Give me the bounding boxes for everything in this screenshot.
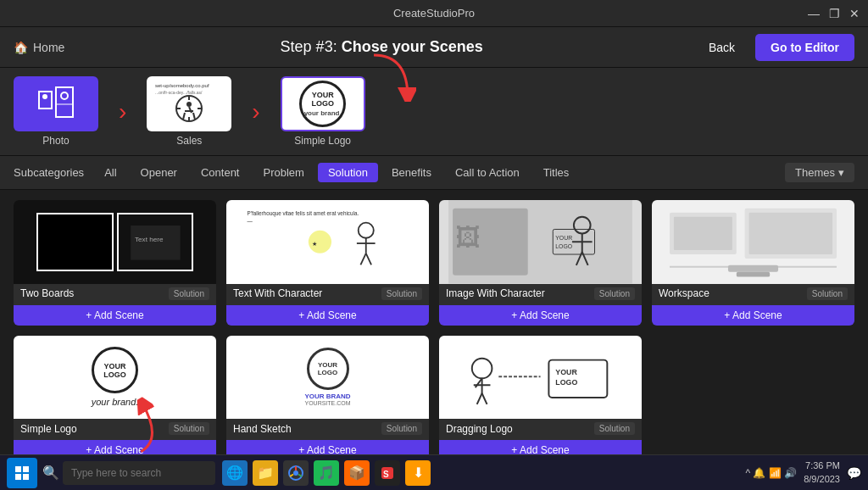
text-character-preview: P'fallerhouque vitae felis sit amet erat… <box>226 200 429 284</box>
hand-sketch-footer: Hand Sketch Solution <box>226 419 429 438</box>
workspace-add-btn[interactable]: + Add Scene <box>652 305 854 326</box>
hand-sketch-badge: Solution <box>381 422 422 435</box>
svg-text:S: S <box>383 470 389 479</box>
titlebar: CreateStudioPro — ❐ ✕ <box>0 0 868 27</box>
taskbar-right: ^ 🔔 📶 🔊 7:36 PM 8/9/2023 💬 <box>746 459 861 486</box>
taskbar-icon-chrome[interactable] <box>283 460 309 486</box>
subcat-problem[interactable]: Problem <box>253 163 314 182</box>
svg-rect-0 <box>39 92 52 109</box>
taskbar-datetime: 7:36 PM 8/9/2023 <box>804 459 840 486</box>
window-controls[interactable]: — ❐ ✕ <box>807 7 861 20</box>
image-character-footer: Image With Character Solution <box>439 284 642 303</box>
scene-card-hand-sketch: YOUR LOGO YOUR BRAND YOURSITE.COM Hand S… <box>226 336 429 461</box>
search-icon: 🔍 <box>42 465 59 481</box>
subcat-titles[interactable]: Titles <box>533 163 580 182</box>
taskbar-icon-music[interactable]: 🎵 <box>314 460 339 486</box>
board-left <box>36 213 114 271</box>
svg-text:🖼: 🖼 <box>455 223 481 251</box>
maximize-btn[interactable]: ❐ <box>827 7 841 20</box>
topnav-actions: Back Go to Editor <box>698 34 854 61</box>
subcat-solution[interactable]: Solution <box>318 163 378 182</box>
back-button[interactable]: Back <box>698 36 745 59</box>
simple-logo-footer: Simple Logo Solution <box>14 419 216 438</box>
chevron-down-icon: ▾ <box>838 166 844 179</box>
dragging-logo-footer: Dragging Logo Solution <box>439 419 642 438</box>
scene-thumb-photo[interactable]: Photo <box>14 76 98 147</box>
notification-icon[interactable]: 💬 <box>847 466 861 480</box>
svg-rect-47 <box>728 265 778 272</box>
subcat-all[interactable]: All <box>94 163 126 182</box>
svg-text:LOGO: LOGO <box>555 379 577 387</box>
scene-thumb-sales-img: set-up/somebody.co.puf ...on/fr-sca-dey.… <box>147 76 231 131</box>
taskbar-icon-browser[interactable]: 🌐 <box>222 460 248 486</box>
subcat-call-to-action[interactable]: Call to Action <box>445 163 530 182</box>
go-to-editor-button[interactable]: Go to Editor <box>755 34 854 61</box>
start-button[interactable] <box>7 458 37 488</box>
dragging-logo-preview: YOUR LOGO <box>439 336 642 420</box>
taskbar-icon-explorer[interactable]: 📁 <box>253 460 278 486</box>
hand-sketch-preview: YOUR LOGO YOUR BRAND YOURSITE.COM <box>226 336 429 420</box>
svg-text:★: ★ <box>312 240 317 248</box>
arrow-indicator <box>365 51 416 105</box>
taskbar-icon-download[interactable]: ⬇ <box>405 460 431 486</box>
svg-point-13 <box>186 102 192 107</box>
home-icon: 🏠 <box>14 41 28 54</box>
svg-text:set-up/somebody.co.puf: set-up/somebody.co.puf <box>155 83 209 88</box>
scene-thumb-sales-label: Sales <box>176 135 202 147</box>
taskbar-icon-package[interactable]: 📦 <box>344 460 370 486</box>
hand-sketch-name: Hand Sketch <box>233 423 292 435</box>
svg-line-53 <box>482 393 487 404</box>
taskbar-icon-app1[interactable]: S <box>375 460 400 486</box>
strip-arrow-2: › <box>252 98 259 125</box>
taskbar-icons: 🌐 📁 🎵 📦 S ⬇ <box>222 460 431 486</box>
text-character-add-btn[interactable]: + Add Scene <box>226 305 429 326</box>
simple-logo-badge: Solution <box>169 422 209 435</box>
taskbar-date: 8/9/2023 <box>804 473 840 486</box>
svg-line-54 <box>476 379 482 388</box>
scene-thumb-logo-img: YOUR LOGO your brand. <box>281 76 365 131</box>
svg-rect-62 <box>23 474 29 480</box>
two-boards-badge: Solution <box>169 287 209 300</box>
taskbar: 🔍 🌐 📁 🎵 📦 S ⬇ ^ 🔔 📶 🔊 7:36 PM <box>0 454 868 490</box>
scene-thumb-sales[interactable]: set-up/somebody.co.puf ...on/fr-sca-dey.… <box>147 76 231 147</box>
image-character-add-btn[interactable]: + Add Scene <box>439 305 642 326</box>
subcat-content[interactable]: Content <box>191 163 250 182</box>
subcat-benefits[interactable]: Benefits <box>381 163 442 182</box>
scene-strip: Photo › set-up/somebody.co.puf ...on/fr-… <box>0 68 868 156</box>
svg-rect-48 <box>737 272 770 277</box>
svg-point-64 <box>293 471 298 476</box>
scene-thumb-logo[interactable]: YOUR LOGO your brand. Simple Logo <box>281 76 365 147</box>
system-tray-icons: ^ 🔔 📶 🔊 <box>746 467 798 479</box>
taskbar-search-input[interactable] <box>63 461 215 485</box>
home-nav[interactable]: 🏠 Home <box>14 41 64 54</box>
svg-rect-60 <box>23 466 29 472</box>
svg-text:...on/fr-sca-dey.../falls.as/: ...on/fr-sca-dey.../falls.as/ <box>155 90 203 95</box>
svg-text:LOGO: LOGO <box>555 243 573 249</box>
themes-label: Themes <box>795 166 835 179</box>
scene-card-text-character: P'fallerhouque vitae felis sit amet erat… <box>226 200 429 326</box>
scene-thumb-photo-img <box>14 76 98 131</box>
dragging-logo-name: Dragging Logo <box>446 423 513 435</box>
scene-card-workspace: Workspace Solution + Add Scene <box>652 200 854 326</box>
two-boards-add-btn[interactable]: + Add Scene <box>14 305 216 326</box>
minimize-btn[interactable]: — <box>807 7 821 20</box>
workspace-badge: Solution <box>807 287 848 300</box>
home-label: Home <box>33 41 64 54</box>
scene-card-image-character: 🖼 YOUR LOGO Image With Character Solutio… <box>439 200 642 326</box>
two-boards-name: Two Boards <box>20 287 74 299</box>
scene-card-two-boards: Text here Two Boards Solution + Add Scen… <box>14 200 216 326</box>
text-character-name: Text With Character <box>233 287 322 299</box>
simple-logo-preview: YOUR LOGO your brand. <box>14 336 216 420</box>
image-character-preview: 🖼 YOUR LOGO <box>439 200 642 284</box>
close-btn[interactable]: ✕ <box>848 7 861 20</box>
subcat-opener[interactable]: Opener <box>131 163 187 182</box>
subcategories-bar: Subcategories All Opener Content Problem… <box>0 156 868 190</box>
text-character-footer: Text With Character Solution <box>226 284 429 303</box>
scene-card-simple-logo: YOUR LOGO your brand. Simple Logo Soluti… <box>14 336 216 461</box>
step-number: Step #3: <box>281 38 337 55</box>
svg-text:YOUR: YOUR <box>555 369 577 377</box>
workspace-preview <box>652 200 854 284</box>
image-character-badge: Solution <box>594 287 635 300</box>
svg-point-49 <box>472 359 492 379</box>
themes-button[interactable]: Themes ▾ <box>785 163 854 182</box>
